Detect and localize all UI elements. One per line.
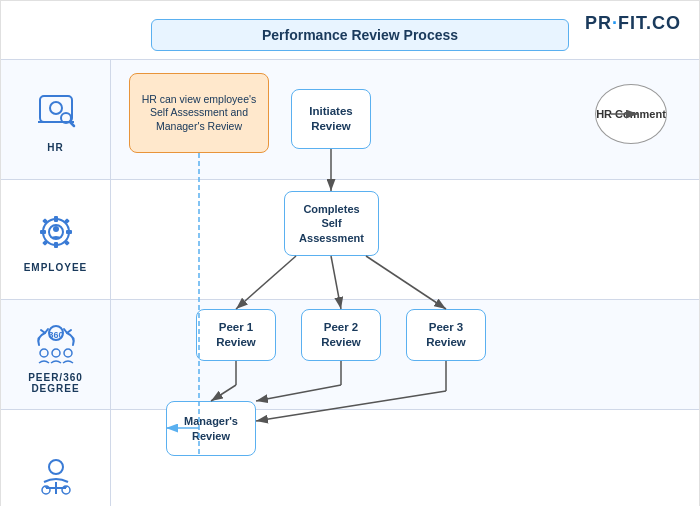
svg-rect-9 — [40, 230, 46, 234]
svg-point-15 — [53, 226, 59, 232]
hr-can-view-text: HR can view employee's Self Assessment a… — [137, 93, 261, 134]
lane-label-employee: EMPLOYEE — [1, 180, 111, 299]
peer1-text: Peer 1 Review — [204, 320, 268, 350]
title-box: Performance Review Process — [151, 19, 569, 51]
svg-point-20 — [64, 349, 72, 357]
peer3-review-box: Peer 3 Review — [406, 309, 486, 361]
initiates-review-box: Initiates Review — [291, 89, 371, 149]
hr-lane-name: HR — [47, 142, 63, 153]
peer-lane-name: PEER/360DEGREE — [28, 372, 83, 394]
peer2-review-box: Peer 2 Review — [301, 309, 381, 361]
peer2-text: Peer 2 Review — [309, 320, 373, 350]
hr-comment-oval: HR Comment — [595, 84, 667, 144]
lane-label-peer: 360 PEER/360DEGR — [1, 300, 111, 409]
svg-point-18 — [40, 349, 48, 357]
hr-comment-text: HR Comment — [596, 107, 666, 121]
peer1-review-box: Peer 1 Review — [196, 309, 276, 361]
hr-icon — [30, 86, 82, 138]
employee-lane-name: EMPLOYEE — [24, 262, 88, 273]
completes-self-assessment-box: Completes Self Assessment — [284, 191, 379, 256]
title-text: Performance Review Process — [262, 27, 458, 43]
svg-point-19 — [52, 349, 60, 357]
svg-point-21 — [49, 460, 63, 474]
svg-point-1 — [50, 102, 62, 114]
logo: PR·FIT.CO — [585, 13, 681, 34]
manager-icon — [30, 454, 82, 506]
initiates-review-text: Initiates Review — [299, 104, 363, 134]
managers-review-text: Manager's Review — [174, 414, 248, 443]
peer-icon: 360 — [30, 316, 82, 368]
svg-rect-7 — [54, 216, 58, 222]
svg-rect-8 — [54, 242, 58, 248]
main-container: PR·FIT.CO Performance Review Process — [0, 0, 700, 506]
lane-label-hr: HR — [1, 60, 111, 179]
hr-can-view-box: HR can view employee's Self Assessment a… — [129, 73, 269, 153]
employee-icon — [30, 206, 82, 258]
peer3-text: Peer 3 Review — [414, 320, 478, 350]
svg-text:360: 360 — [48, 330, 63, 340]
logo-dot: · — [612, 13, 618, 33]
lane-manager: MANAGER — [1, 409, 699, 506]
lane-label-manager: MANAGER — [1, 410, 111, 506]
svg-rect-10 — [66, 230, 72, 234]
completes-self-text: Completes Self Assessment — [292, 202, 371, 245]
svg-rect-0 — [40, 96, 72, 122]
managers-review-box: Manager's Review — [166, 401, 256, 456]
